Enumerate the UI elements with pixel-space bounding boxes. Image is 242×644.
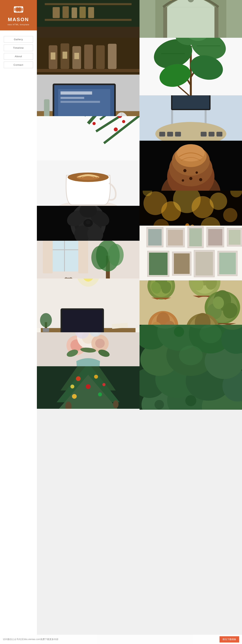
svg-rect-168 [175,132,181,136]
svg-rect-106 [43,328,49,332]
svg-rect-228 [148,229,161,246]
list-item[interactable] [140,38,242,95]
svg-rect-240 [174,253,189,274]
svg-rect-3 [21,6,23,8]
svg-rect-10 [20,11,21,12]
svg-point-311 [199,325,221,343]
nav-contact[interactable]: Contact [4,62,33,68]
svg-rect-80 [43,241,53,274]
svg-rect-7 [20,6,21,8]
svg-rect-32 [63,52,67,59]
site-subtitle: new HTML template [8,24,29,26]
svg-rect-238 [149,252,167,275]
svg-point-85 [91,246,109,270]
list-item[interactable] [37,116,140,160]
svg-point-193 [199,178,202,181]
svg-rect-33 [74,53,79,59]
svg-rect-14 [37,27,140,38]
svg-point-192 [182,179,184,182]
sidebar-nav: Gallery Timeline About Contact [0,32,37,68]
svg-point-114 [95,339,105,348]
list-item[interactable] [37,278,140,332]
svg-rect-8 [16,11,18,12]
svg-rect-1 [14,6,16,8]
svg-rect-234 [208,229,222,246]
svg-rect-99 [62,310,102,332]
svg-rect-5 [16,6,18,8]
svg-point-75 [86,220,91,224]
watermark-bar: 访问微信公众号/社区bbs.xieniao.com免费下载更多内容 前往下载模板 [0,635,242,644]
film-icon [14,6,23,14]
list-item[interactable] [37,38,140,74]
svg-rect-15 [45,3,132,5]
svg-rect-244 [219,252,236,274]
list-item[interactable] [37,206,140,241]
list-item[interactable] [140,280,242,325]
svg-rect-6 [18,6,19,8]
svg-point-128 [98,392,102,396]
svg-point-191 [189,177,192,180]
svg-point-308 [185,395,196,406]
list-item[interactable] [37,160,140,206]
nav-gallery[interactable]: Gallery [4,36,33,43]
list-item[interactable] [37,0,140,38]
svg-rect-81 [78,241,88,274]
svg-point-129 [72,394,77,399]
svg-point-307 [154,400,164,409]
svg-point-130 [102,383,106,386]
list-item[interactable] [140,226,242,280]
list-item[interactable] [37,74,140,116]
list-item[interactable] [37,366,140,409]
svg-point-125 [76,376,81,381]
svg-rect-20 [79,6,86,18]
svg-rect-16 [45,19,132,21]
svg-rect-45 [61,97,84,99]
svg-rect-31 [51,52,55,60]
svg-point-189 [183,169,186,172]
svg-point-310 [179,346,202,365]
svg-point-133 [113,400,119,408]
svg-rect-18 [63,6,69,18]
svg-rect-170 [208,132,214,136]
list-item[interactable] [140,191,242,226]
svg-rect-139 [214,7,218,38]
svg-point-202 [223,208,237,222]
svg-rect-167 [167,132,173,136]
svg-rect-29 [96,45,105,69]
svg-rect-21 [88,7,94,18]
nav-about[interactable]: About [4,53,33,60]
svg-rect-17 [53,7,60,18]
svg-rect-236 [228,230,240,245]
svg-rect-24 [37,69,140,72]
svg-rect-2 [14,11,16,12]
svg-point-58 [114,128,118,132]
svg-rect-230 [168,230,183,246]
svg-rect-44 [61,92,92,94]
nav-timeline[interactable]: Timeline [4,44,33,51]
list-item[interactable] [140,141,242,191]
svg-point-86 [108,244,124,266]
site-title: MASON [8,16,29,22]
list-item[interactable] [140,325,242,410]
gallery-area [37,0,242,410]
svg-rect-28 [84,44,93,69]
svg-point-126 [94,375,98,379]
svg-rect-169 [201,132,206,136]
svg-rect-242 [195,252,213,276]
list-item[interactable] [140,0,242,38]
svg-rect-30 [108,44,117,69]
gallery-col-2 [140,0,242,410]
list-item[interactable] [140,95,242,141]
gallery-col-1 [37,0,140,410]
svg-point-190 [195,172,198,174]
download-button[interactable]: 前往下载模板 [219,636,239,642]
sidebar: MASON new HTML template Gallery Timeline… [0,0,37,644]
svg-point-201 [210,192,227,210]
svg-point-59 [122,120,125,123]
svg-point-105 [40,313,52,327]
watermark-text: 访问微信公众号/社区bbs.xieniao.com免费下载更多内容 [3,638,58,641]
list-item[interactable] [37,241,140,278]
svg-rect-19 [72,7,77,18]
sidebar-header: MASON new HTML template [0,0,37,30]
list-item[interactable] [37,332,140,366]
